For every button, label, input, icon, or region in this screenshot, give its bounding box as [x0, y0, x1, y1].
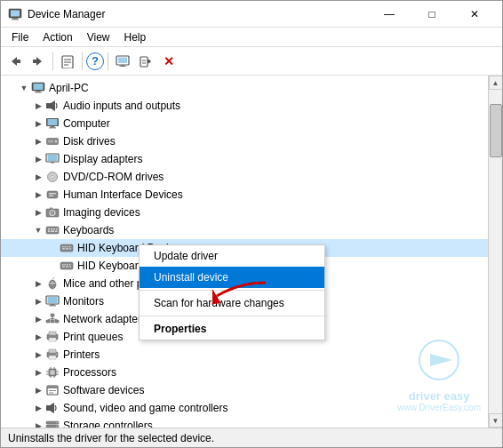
context-properties[interactable]: Properties: [140, 318, 324, 340]
close-button[interactable]: ✕: [454, 1, 495, 28]
menu-action[interactable]: Action: [36, 29, 79, 45]
expand-display[interactable]: ▶: [33, 154, 44, 164]
tree-item-display[interactable]: ▶ Display adapters: [1, 150, 488, 168]
scroll-thumb[interactable]: [490, 104, 502, 157]
expand-printers[interactable]: ▶: [33, 349, 44, 360]
tree-item-audio[interactable]: ▶ Audio inputs and outputs: [1, 97, 488, 115]
tree-item-computer[interactable]: ▶ Computer: [1, 115, 488, 132]
tree-item-hid[interactable]: ▶ Human Interface Devices: [1, 186, 488, 204]
context-menu: Update driver Uninstall device Scan for …: [139, 244, 325, 340]
scan-button[interactable]: [135, 51, 156, 72]
tree-item-disk[interactable]: ▶ Disk drives: [1, 132, 488, 150]
audio-icon: [45, 99, 60, 113]
tree-item-storage[interactable]: ▶ Storage controllers: [1, 417, 488, 428]
expand-processors[interactable]: ▶: [33, 367, 44, 378]
expand-dvd[interactable]: ▶: [33, 172, 44, 182]
title-bar-left: Device Manager: [8, 7, 105, 21]
svg-rect-67: [66, 266, 68, 267]
svg-rect-13: [118, 57, 127, 63]
svg-rect-63: [65, 264, 67, 265]
monitor-button[interactable]: [112, 51, 133, 72]
svg-rect-32: [48, 140, 53, 143]
svg-rect-76: [49, 306, 56, 307]
expand-software[interactable]: ▶: [33, 385, 44, 396]
properties-button[interactable]: [57, 51, 78, 72]
minimize-button[interactable]: —: [369, 1, 410, 28]
tree-item-processors[interactable]: ▶ Processors: [1, 364, 488, 381]
svg-marker-4: [12, 57, 17, 66]
svg-rect-87: [50, 340, 55, 340]
context-scan-hardware[interactable]: Scan for hardware changes: [140, 292, 324, 314]
svg-rect-3: [12, 19, 19, 20]
toolbar-separator-2: [82, 52, 83, 70]
disk-icon: [45, 134, 60, 148]
expand-imaging[interactable]: ▶: [33, 207, 44, 218]
network-label: Network adapters: [63, 313, 147, 325]
svg-point-31: [55, 140, 58, 143]
svg-rect-57: [69, 246, 71, 247]
tree-item-software[interactable]: ▶ Software devices: [1, 381, 488, 399]
maximize-button[interactable]: □: [411, 1, 452, 28]
svg-rect-1: [11, 10, 20, 16]
main-content: ▼ April-PC ▶: [1, 76, 502, 428]
svg-rect-5: [17, 60, 20, 63]
tree-item-printers[interactable]: ▶ Printers: [1, 346, 488, 364]
expand-print[interactable]: ▶: [33, 332, 44, 342]
software-icon: [45, 383, 60, 397]
tree-root[interactable]: ▼ April-PC: [1, 79, 488, 97]
expand-computer[interactable]: ▶: [33, 118, 44, 129]
help-button[interactable]: ?: [86, 52, 104, 70]
expand-monitors[interactable]: ▶: [33, 296, 44, 307]
back-button[interactable]: [4, 51, 26, 72]
expand-network[interactable]: ▶: [33, 314, 44, 324]
computer-icon: [45, 116, 60, 131]
svg-rect-7: [33, 60, 36, 63]
keyboard-icon: [45, 223, 60, 237]
svg-rect-49: [56, 228, 58, 230]
svg-marker-6: [36, 57, 42, 66]
context-uninstall-device[interactable]: Uninstall device: [140, 267, 324, 288]
scrollbar[interactable]: ▲ ▼: [488, 76, 502, 428]
expand-storage[interactable]: ▶: [33, 420, 44, 428]
tree-view[interactable]: ▼ April-PC ▶: [1, 76, 488, 428]
expand-hid[interactable]: ▶: [33, 189, 44, 200]
menu-help[interactable]: Help: [117, 29, 154, 45]
forward-button[interactable]: [28, 51, 49, 72]
scroll-down[interactable]: ▼: [489, 413, 503, 428]
expand-audio[interactable]: ▶: [33, 100, 44, 111]
scroll-up[interactable]: ▲: [489, 76, 503, 90]
expand-root[interactable]: ▼: [19, 83, 29, 93]
tree-item-imaging[interactable]: ▶ Imaging devices: [1, 204, 488, 221]
expand-mice[interactable]: ▶: [33, 278, 44, 289]
dvd-icon: [45, 170, 60, 184]
context-update-driver[interactable]: Update driver: [140, 245, 324, 267]
computer-label: Computer: [63, 117, 110, 130]
hid-label: Human Interface Devices: [63, 188, 183, 201]
expand-disk[interactable]: ▶: [33, 136, 44, 147]
hid-kbd2-icon: [60, 259, 74, 273]
tree-item-sound[interactable]: ▶ Sound, video and game controllers: [1, 399, 488, 417]
svg-rect-35: [51, 162, 54, 164]
disk-label: Disk drives: [63, 135, 116, 148]
device-manager-window: Device Manager — □ ✕ File Action View He…: [0, 0, 503, 448]
tree-item-keyboards[interactable]: ▼ Keyboards: [1, 221, 488, 239]
svg-rect-34: [48, 155, 58, 161]
svg-rect-104: [47, 386, 58, 388]
printers-label: Printers: [63, 348, 100, 361]
toolbar: ? ✕: [1, 47, 502, 76]
tree-item-dvd[interactable]: ▶ DVD/CD-ROM drives: [1, 168, 488, 186]
expand-sound[interactable]: ▶: [33, 403, 44, 413]
svg-rect-50: [48, 231, 50, 233]
status-text: Uninstalls the driver for the selected d…: [8, 432, 214, 444]
svg-rect-74: [48, 297, 58, 303]
svg-rect-78: [46, 320, 50, 323]
menu-file[interactable]: File: [4, 29, 36, 45]
svg-rect-68: [69, 266, 71, 267]
printers-icon: [45, 348, 60, 362]
menu-view[interactable]: View: [80, 29, 117, 45]
svg-rect-65: [69, 264, 71, 265]
svg-rect-44: [50, 208, 52, 210]
uninstall-button[interactable]: ✕: [158, 51, 180, 72]
svg-rect-14: [121, 65, 124, 66]
expand-keyboards[interactable]: ▼: [33, 225, 44, 236]
